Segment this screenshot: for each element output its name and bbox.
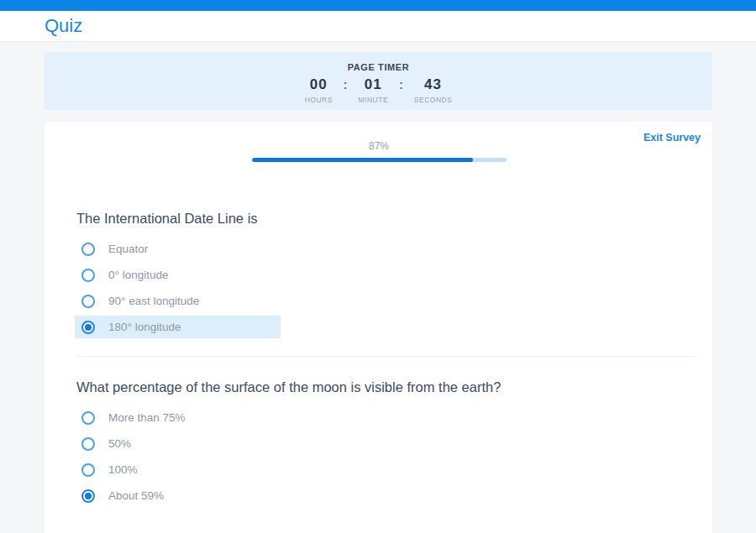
timer-display: 00 HOURS : 01 MINUTE : 43 SECONDS bbox=[305, 76, 453, 104]
progress-bar-track bbox=[252, 158, 507, 162]
option-50-percent[interactable]: 50% bbox=[75, 432, 281, 455]
option-label: About 59% bbox=[108, 489, 164, 502]
option-180-longitude-selected[interactable]: 180° longitude bbox=[75, 316, 281, 338]
question-1-text: The International Date Line is bbox=[76, 211, 697, 227]
progress-bar-fill bbox=[252, 158, 474, 162]
exit-survey-link[interactable]: Exit Survey bbox=[643, 132, 701, 144]
app-header: Quiz bbox=[0, 11, 756, 42]
timer-hours-label: HOURS bbox=[305, 96, 333, 104]
question-1-options: Equator 0° longitude 90° east longitude … bbox=[75, 238, 697, 338]
timer-hours-group: 00 HOURS bbox=[305, 76, 333, 104]
radio-unchecked-icon[interactable] bbox=[81, 269, 95, 282]
timer-seconds-group: 43 SECONDS bbox=[414, 76, 453, 104]
progress-section: 87% bbox=[252, 130, 507, 162]
progress-percent-label: 87% bbox=[252, 140, 507, 152]
timer-title: PAGE TIMER bbox=[348, 62, 410, 72]
question-2-text: What percentage of the surface of the mo… bbox=[76, 379, 697, 395]
radio-unchecked-icon[interactable] bbox=[81, 295, 95, 308]
question-2: What percentage of the surface of the mo… bbox=[76, 379, 697, 507]
timer-seconds-value: 43 bbox=[424, 76, 442, 93]
option-100-percent[interactable]: 100% bbox=[75, 458, 281, 481]
page-timer-panel: PAGE TIMER 00 HOURS : 01 MINUTE : 43 SEC… bbox=[45, 52, 712, 110]
option-label: 50% bbox=[108, 437, 131, 450]
radio-unchecked-icon[interactable] bbox=[81, 437, 95, 451]
radio-checked-icon[interactable] bbox=[81, 489, 95, 503]
option-90-east-longitude[interactable]: 90° east longitude bbox=[75, 290, 281, 312]
option-label: 0° longitude bbox=[108, 269, 168, 281]
option-label: 90° east longitude bbox=[108, 295, 199, 307]
option-about-59-selected[interactable]: About 59% bbox=[75, 484, 281, 507]
option-more-than-75[interactable]: More than 75% bbox=[75, 406, 281, 429]
timer-separator: : bbox=[399, 76, 403, 91]
option-equator[interactable]: Equator bbox=[75, 238, 281, 260]
radio-unchecked-icon[interactable] bbox=[81, 463, 95, 477]
timer-minute-value: 01 bbox=[365, 76, 382, 93]
timer-hours-value: 00 bbox=[310, 76, 328, 93]
page-title: Quiz bbox=[45, 15, 82, 37]
timer-separator: : bbox=[344, 76, 348, 91]
radio-unchecked-icon[interactable] bbox=[81, 411, 95, 425]
timer-minute-label: MINUTE bbox=[359, 96, 389, 104]
option-label: More than 75% bbox=[108, 411, 186, 424]
question-divider bbox=[76, 356, 697, 357]
option-label: Equator bbox=[108, 243, 148, 255]
timer-minute-group: 01 MINUTE bbox=[359, 76, 389, 104]
radio-checked-icon[interactable] bbox=[81, 321, 95, 334]
option-0-longitude[interactable]: 0° longitude bbox=[75, 264, 281, 286]
option-label: 100% bbox=[108, 463, 138, 476]
survey-card: Exit Survey 87% The International Date L… bbox=[45, 122, 712, 533]
question-2-options: More than 75% 50% 100% About 59% bbox=[75, 406, 697, 507]
radio-unchecked-icon[interactable] bbox=[81, 243, 95, 256]
question-1: The International Date Line is Equator 0… bbox=[76, 211, 697, 338]
top-accent-bar bbox=[0, 0, 756, 11]
option-label: 180° longitude bbox=[108, 321, 181, 333]
page-content: PAGE TIMER 00 HOURS : 01 MINUTE : 43 SEC… bbox=[0, 42, 756, 533]
timer-seconds-label: SECONDS bbox=[414, 96, 453, 104]
